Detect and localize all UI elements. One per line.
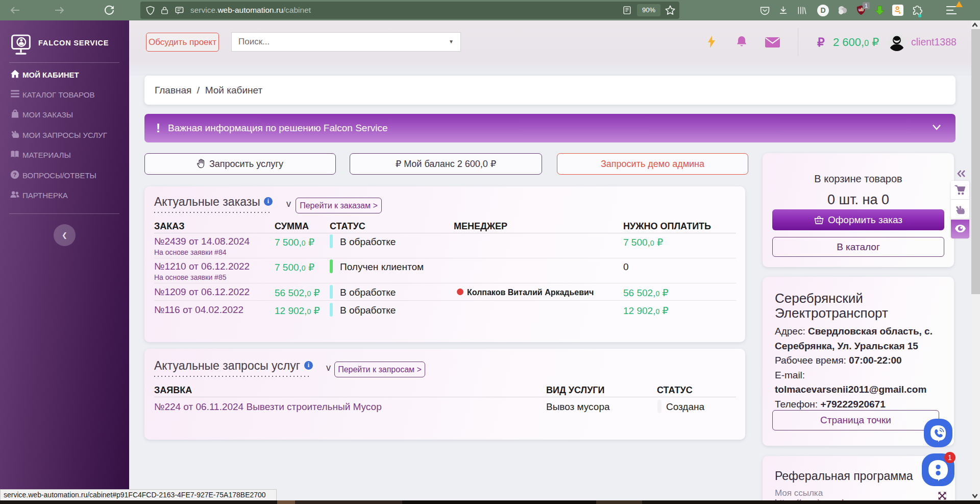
svg-text:?: ? bbox=[13, 171, 17, 177]
